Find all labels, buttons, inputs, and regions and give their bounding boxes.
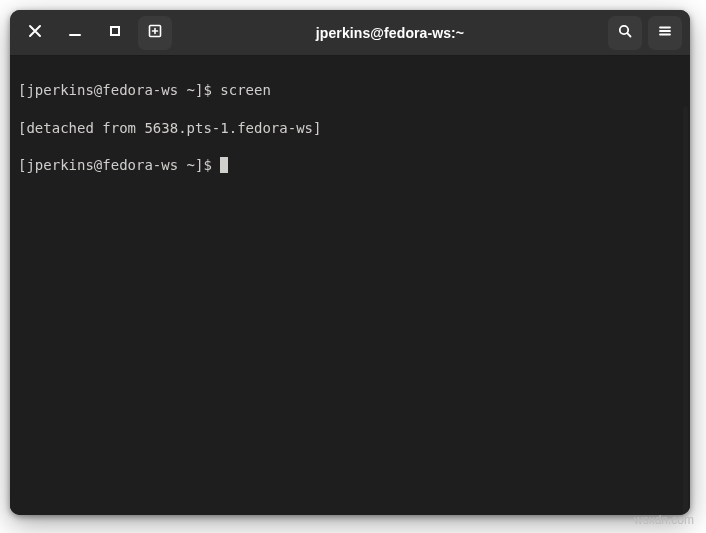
terminal-cursor <box>220 157 228 173</box>
terminal-line: [jperkins@fedora-ws ~]$ screen <box>18 81 682 100</box>
maximize-button[interactable] <box>98 16 132 50</box>
scrollbar[interactable] <box>683 106 688 515</box>
terminal-prompt: [jperkins@fedora-ws ~]$ <box>18 157 220 173</box>
window-controls-left <box>18 16 172 50</box>
new-tab-button[interactable] <box>138 16 172 50</box>
terminal-content[interactable]: [jperkins@fedora-ws ~]$ screen [detached… <box>10 56 690 515</box>
close-icon <box>27 23 43 43</box>
search-button[interactable] <box>608 16 642 50</box>
svg-rect-0 <box>111 27 119 35</box>
terminal-line: [jperkins@fedora-ws ~]$ <box>18 156 682 175</box>
hamburger-menu-icon <box>657 23 673 43</box>
window-title: jperkins@fedora-ws:~ <box>178 25 602 41</box>
terminal-line: [detached from 5638.pts-1.fedora-ws] <box>18 119 682 138</box>
titlebar: jperkins@fedora-ws:~ <box>10 10 690 56</box>
close-button[interactable] <box>18 16 52 50</box>
window-controls-right <box>608 16 682 50</box>
minimize-button[interactable] <box>58 16 92 50</box>
terminal-window: jperkins@fedora-ws:~ [jperkins@fedora-ws… <box>10 10 690 515</box>
watermark-text: wsxdn.com <box>634 513 694 527</box>
new-tab-icon <box>147 23 163 43</box>
minimize-icon <box>67 23 83 43</box>
search-icon <box>617 23 633 43</box>
maximize-icon <box>107 23 123 43</box>
menu-button[interactable] <box>648 16 682 50</box>
